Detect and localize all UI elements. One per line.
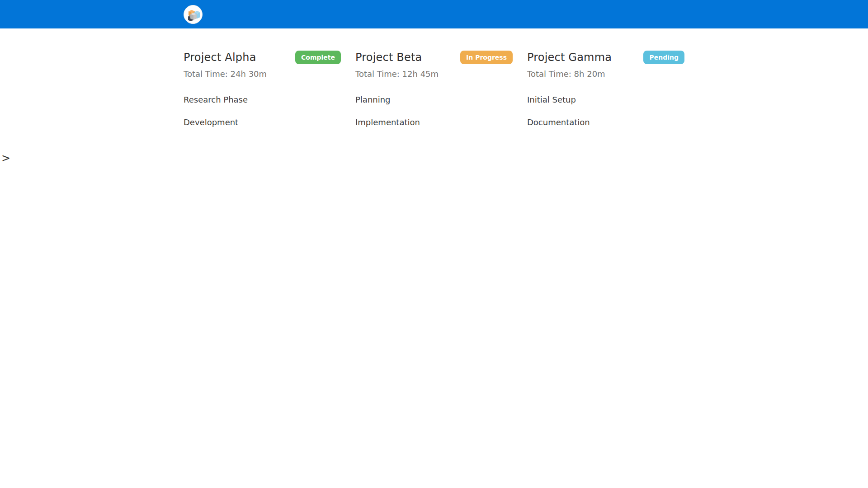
project-card: Project Gamma Pending Total Time: 8h 20m…: [527, 51, 684, 127]
project-title: Project Beta: [355, 51, 422, 64]
task-item: Documentation: [527, 117, 684, 127]
project-card: Project Beta In Progress Total Time: 12h…: [355, 51, 513, 127]
header-inner: [184, 0, 684, 28]
project-card-header: Project Alpha Complete: [184, 51, 341, 64]
project-title: Project Gamma: [527, 51, 612, 64]
status-badge: Pending: [643, 51, 684, 64]
page-header: [0, 0, 868, 28]
task-item: Initial Setup: [527, 95, 684, 104]
task-list: Planning Implementation: [355, 95, 513, 127]
project-card: Project Alpha Complete Total Time: 24h 3…: [184, 51, 341, 127]
task-item: Implementation: [355, 117, 513, 127]
status-badge: Complete: [295, 51, 341, 64]
total-time-label: Total Time: 12h 45m: [355, 69, 513, 79]
task-item: Planning: [355, 95, 513, 104]
project-title: Project Alpha: [184, 51, 256, 64]
total-time-label: Total Time: 8h 20m: [527, 69, 684, 79]
task-list: Initial Setup Documentation: [527, 95, 684, 127]
task-list: Research Phase Development: [184, 95, 341, 127]
project-card-header: Project Gamma Pending: [527, 51, 684, 64]
task-item: Development: [184, 117, 341, 127]
stray-caret-text: >: [1, 152, 10, 164]
task-item: Research Phase: [184, 95, 341, 104]
cubes-logo-icon: [184, 5, 203, 24]
project-card-header: Project Beta In Progress: [355, 51, 513, 64]
status-badge: In Progress: [460, 51, 513, 64]
total-time-label: Total Time: 24h 30m: [184, 69, 341, 79]
projects-grid: Project Alpha Complete Total Time: 24h 3…: [184, 28, 684, 127]
